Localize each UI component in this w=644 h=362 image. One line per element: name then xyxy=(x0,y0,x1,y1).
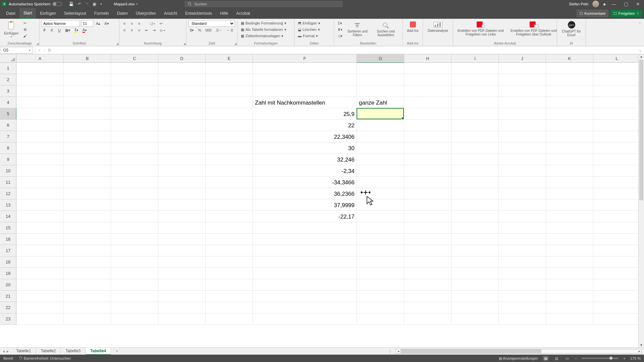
cell-C22[interactable] xyxy=(111,302,158,313)
cell-F11[interactable]: -34,3466 xyxy=(253,177,357,188)
share-button[interactable]: ☐ Freigeben▾ xyxy=(610,10,642,17)
cond-format-button[interactable]: ▦Bedingte Formatierung▾ xyxy=(239,20,292,26)
cell-B21[interactable] xyxy=(64,291,111,302)
cell-A1[interactable] xyxy=(16,63,64,74)
cell-H11[interactable] xyxy=(404,177,451,188)
cell-I14[interactable] xyxy=(451,211,499,222)
col-header-C[interactable]: C xyxy=(111,54,158,63)
align-middle-icon[interactable]: ≡ xyxy=(129,20,135,26)
col-header-G[interactable]: G xyxy=(357,54,404,63)
cell-F14[interactable]: -22,17 xyxy=(253,211,357,222)
tab-einfügen[interactable]: Einfügen xyxy=(36,8,60,19)
cell-A4[interactable] xyxy=(16,97,64,108)
cell-K3[interactable] xyxy=(546,85,593,97)
cell-L10[interactable] xyxy=(593,165,641,177)
cell-K7[interactable] xyxy=(546,131,593,142)
cell-J15[interactable] xyxy=(499,222,546,234)
cell-B19[interactable] xyxy=(64,268,111,279)
expand-formula-icon[interactable]: ⌄ xyxy=(637,48,644,53)
cell-D4[interactable] xyxy=(158,97,206,108)
cell-G4[interactable]: ganze Zahl xyxy=(357,97,404,108)
cell-H19[interactable] xyxy=(404,268,451,279)
cell-H8[interactable] xyxy=(404,142,451,154)
cell-L9[interactable] xyxy=(593,154,641,165)
cell-K11[interactable] xyxy=(546,177,593,188)
cell-H10[interactable] xyxy=(404,165,451,177)
cell-K4[interactable] xyxy=(546,97,593,108)
cell-B16[interactable] xyxy=(64,234,111,245)
name-box[interactable]: G5▾ xyxy=(1,47,33,54)
cell-D1[interactable] xyxy=(158,63,206,74)
cell-F1[interactable] xyxy=(253,63,357,74)
clear-icon[interactable]: ◇▾ xyxy=(336,33,344,39)
user-name[interactable]: Stefan Petri xyxy=(569,2,588,6)
insert-cells-button[interactable]: ⬒Einfügen▾ xyxy=(297,20,332,26)
cell-L17[interactable] xyxy=(593,245,641,256)
cell-G10[interactable] xyxy=(357,165,404,177)
cell-G18[interactable] xyxy=(357,256,404,268)
cell-C7[interactable] xyxy=(111,131,158,142)
cell-C3[interactable] xyxy=(111,85,158,97)
prev-sheet-icon[interactable]: ◂ xyxy=(3,349,5,354)
cell-E14[interactable] xyxy=(206,211,253,222)
cell-I1[interactable] xyxy=(451,63,499,74)
cell-B3[interactable] xyxy=(64,85,111,97)
cell-D2[interactable] xyxy=(158,74,206,85)
cell-B15[interactable] xyxy=(64,222,111,234)
cell-D13[interactable] xyxy=(158,199,206,211)
tab-daten[interactable]: Daten xyxy=(113,8,132,19)
cell-L12[interactable] xyxy=(593,188,641,199)
undo-icon[interactable]: ↶ xyxy=(78,2,81,6)
italic-icon[interactable]: K xyxy=(49,27,55,33)
row-header-16[interactable]: 16 xyxy=(0,234,16,245)
cell-F20[interactable] xyxy=(253,279,357,291)
row-header-11[interactable]: 11 xyxy=(0,177,16,188)
cell-B18[interactable] xyxy=(64,256,111,268)
cell-J20[interactable] xyxy=(499,279,546,291)
cell-E10[interactable] xyxy=(206,165,253,177)
fill-color-icon[interactable]: ⟪▾ xyxy=(73,27,80,33)
cell-L7[interactable] xyxy=(593,131,641,142)
cell-K17[interactable] xyxy=(546,245,593,256)
cell-D3[interactable] xyxy=(158,85,206,97)
zoom-slider[interactable] xyxy=(582,358,619,359)
cell-F22[interactable] xyxy=(253,302,357,313)
row-header-4[interactable]: 4 xyxy=(0,97,16,108)
cell-G15[interactable] xyxy=(357,222,404,234)
font-color-icon[interactable]: A▾ xyxy=(81,27,88,33)
cell-I9[interactable] xyxy=(451,154,499,165)
row-header-21[interactable]: 21 xyxy=(0,291,16,302)
create-pdf-link-button[interactable]: Erstellen von PDF-Dateien und Freigeben … xyxy=(455,20,506,37)
display-settings[interactable]: ▤ Anzeigeeinstellungen xyxy=(499,356,538,361)
sheet-tab-tabelle2[interactable]: Tabelle2 xyxy=(36,348,61,355)
cell-F15[interactable] xyxy=(253,222,357,234)
cell-B4[interactable] xyxy=(64,97,111,108)
cell-A19[interactable] xyxy=(16,268,64,279)
cell-L3[interactable] xyxy=(593,85,641,97)
file-name[interactable]: Mappe3.xlsx xyxy=(114,2,135,6)
tab-ansicht[interactable]: Ansicht xyxy=(160,8,181,19)
fill-icon[interactable]: ⬇▾ xyxy=(336,26,344,33)
cell-K15[interactable] xyxy=(546,222,593,234)
cell-A18[interactable] xyxy=(16,256,64,268)
cell-C11[interactable] xyxy=(111,177,158,188)
zoom-out-icon[interactable]: − xyxy=(575,356,577,360)
cell-C16[interactable] xyxy=(111,234,158,245)
copy-icon[interactable]: ⧉ xyxy=(22,26,28,33)
currency-icon[interactable]: $▾ xyxy=(189,27,195,33)
cell-J18[interactable] xyxy=(499,256,546,268)
qat-dropdown-icon[interactable]: ▾ xyxy=(100,2,102,6)
cell-L13[interactable] xyxy=(593,199,641,211)
cell-L15[interactable] xyxy=(593,222,641,234)
cell-A15[interactable] xyxy=(16,222,64,234)
cell-C23[interactable] xyxy=(111,313,158,325)
cell-H21[interactable] xyxy=(404,291,451,302)
cell-C1[interactable] xyxy=(111,63,158,74)
cell-A8[interactable] xyxy=(16,142,64,154)
cell-E16[interactable] xyxy=(206,234,253,245)
cell-G16[interactable] xyxy=(357,234,404,245)
cell-H7[interactable] xyxy=(404,131,451,142)
cell-G1[interactable] xyxy=(357,63,404,74)
cell-A23[interactable] xyxy=(16,313,64,325)
cell-B1[interactable] xyxy=(64,63,111,74)
